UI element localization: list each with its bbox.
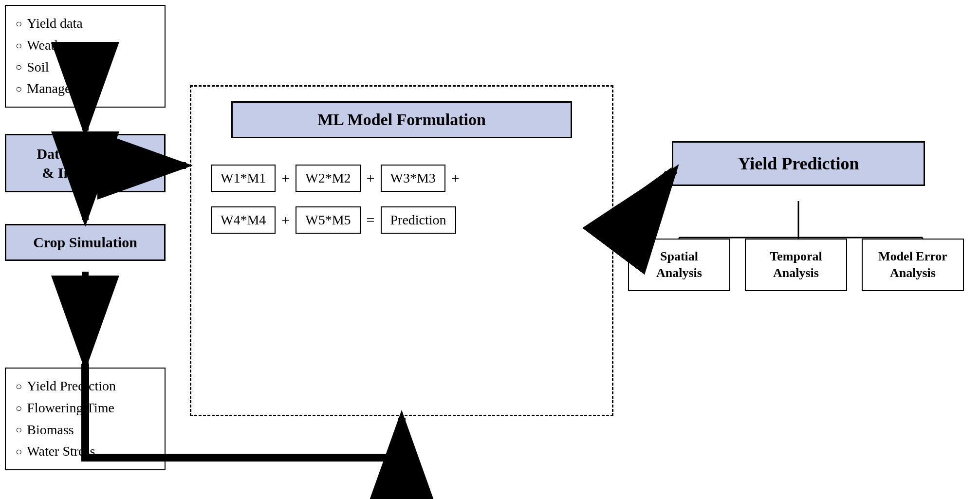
formula-prediction: Prediction (381, 206, 456, 234)
model-error-label: Model ErrorAnalysis (872, 248, 953, 281)
model-error-analysis-box: Model ErrorAnalysis (862, 239, 964, 291)
output-data-list: Yield Prediction Flowering Time Biomass … (16, 375, 155, 462)
formula-op-2: + (367, 170, 375, 186)
output-item-yield-pred: Yield Prediction (16, 375, 155, 397)
crop-simulation-box: Crop Simulation (5, 224, 166, 261)
ml-title-box: ML Model Formulation (231, 101, 572, 138)
svg-line-8 (614, 173, 668, 209)
formula-w2m2: W2*M2 (296, 165, 360, 192)
output-item-flowering: Flowering Time (16, 397, 155, 419)
output-item-water: Water Stress (16, 441, 155, 462)
formula-w5m5: W5*M5 (296, 206, 360, 234)
yield-prediction-label: Yield Prediction (688, 153, 909, 174)
formula-w4m4: W4*M4 (211, 206, 276, 234)
formula-area: W1*M1 + W2*M2 + W3*M3 + W4*M4 + W5*M5 = … (211, 165, 595, 248)
spatial-analysis-label: SpatialAnalysis (639, 248, 720, 281)
input-data-box: Yield data Weather Soil Management (5, 5, 166, 108)
formula-op-3: + (451, 170, 460, 186)
formula-w1m1: W1*M1 (211, 165, 276, 192)
ml-model-box: ML Model Formulation W1*M1 + W2*M2 + W3*… (190, 85, 613, 416)
spatial-analysis-box: SpatialAnalysis (628, 239, 730, 291)
formula-op-5: = (367, 212, 375, 228)
formula-op-4: + (281, 212, 290, 228)
analysis-container: SpatialAnalysis TemporalAnalysis Model E… (628, 239, 964, 291)
output-item-biomass: Biomass (16, 419, 155, 441)
data-collection-label: Data Collection& Integration (16, 144, 154, 182)
formula-op-1: + (281, 170, 290, 186)
output-data-box: Yield Prediction Flowering Time Biomass … (5, 368, 166, 470)
input-item-management: Management (16, 78, 155, 100)
input-item-soil: Soil (16, 56, 155, 78)
data-collection-box: Data Collection& Integration (5, 134, 166, 192)
input-item-yield: Yield data (16, 13, 155, 35)
diagram: Yield data Weather Soil Management Data … (0, 0, 980, 499)
input-data-list: Yield data Weather Soil Management (16, 13, 155, 100)
formula-row-1: W1*M1 + W2*M2 + W3*M3 + (211, 165, 595, 192)
input-item-weather: Weather (16, 35, 155, 56)
temporal-analysis-box: TemporalAnalysis (745, 239, 847, 291)
temporal-analysis-label: TemporalAnalysis (756, 248, 836, 281)
crop-simulation-label: Crop Simulation (16, 234, 154, 251)
ml-title-label: ML Model Formulation (247, 111, 556, 129)
formula-row-2: W4*M4 + W5*M5 = Prediction (211, 206, 595, 234)
formula-w3m3: W3*M3 (381, 165, 445, 192)
yield-prediction-box: Yield Prediction (672, 141, 925, 186)
